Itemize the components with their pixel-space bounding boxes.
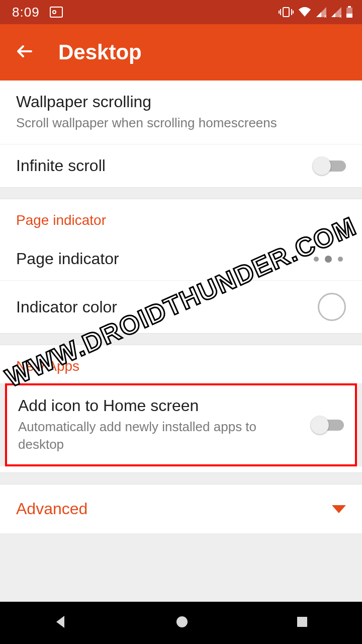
add-icon-label: Add icon to Home screen — [18, 396, 301, 415]
svg-text:x: x — [339, 14, 342, 18]
add-icon-sub: Automatically add newly installed apps t… — [18, 418, 301, 453]
status-bar: 8:09 x x — [0, 0, 362, 24]
nav-back-button[interactable] — [53, 614, 68, 631]
svg-point-1 — [53, 11, 56, 14]
app-bar: Desktop — [0, 24, 362, 80]
signal-1-icon: x — [316, 7, 327, 18]
svg-point-12 — [176, 616, 188, 627]
battery-icon — [346, 6, 353, 18]
indicator-color-label: Indicator color — [16, 298, 308, 316]
section-gap-3 — [0, 472, 362, 485]
svg-rect-13 — [297, 617, 307, 627]
row-add-icon-home[interactable]: Add icon to Home screen Automatically ad… — [7, 385, 355, 464]
svg-rect-11 — [346, 14, 352, 18]
wallpaper-scrolling-sub: Scroll wallpaper when scrolling homescre… — [16, 114, 336, 132]
camera-icon — [50, 7, 63, 18]
page-indicator-preview-icon — [314, 256, 346, 263]
nav-recent-button[interactable] — [296, 615, 309, 630]
svg-rect-2 — [283, 8, 289, 17]
nav-home-icon — [175, 615, 189, 629]
highlight-add-icon: Add icon to Home screen Automatically ad… — [5, 383, 357, 466]
svg-rect-9 — [348, 6, 351, 8]
navigation-bar — [0, 602, 362, 644]
page-indicator-label: Page indicator — [16, 250, 304, 268]
signal-2-icon: x — [331, 7, 342, 18]
page-title: Desktop — [58, 40, 142, 64]
row-infinite-scroll[interactable]: Infinite scroll — [0, 144, 362, 187]
section-gap-2 — [0, 333, 362, 345]
advanced-label: Advanced — [16, 500, 87, 518]
infinite-scroll-label: Infinite scroll — [16, 156, 303, 175]
section-new-apps: New Apps — [0, 345, 362, 383]
indicator-color-swatch — [318, 293, 346, 321]
svg-text:x: x — [324, 14, 327, 18]
status-clock: 8:09 — [12, 5, 40, 20]
add-icon-toggle[interactable] — [311, 416, 344, 434]
section-scrolling: Wallpaper scrolling Scroll wallpaper whe… — [0, 80, 362, 187]
page-indicator-header: Page indicator — [0, 199, 362, 237]
nav-back-icon — [53, 614, 68, 629]
vibrate-icon — [279, 7, 294, 18]
nav-recent-icon — [296, 615, 309, 628]
arrow-back-icon — [14, 41, 34, 61]
section-gap — [0, 187, 362, 199]
status-bar-left: 8:09 — [12, 5, 63, 20]
row-advanced[interactable]: Advanced — [0, 485, 362, 533]
new-apps-header: New Apps — [0, 345, 362, 383]
chevron-down-icon — [332, 505, 346, 513]
row-wallpaper-scrolling[interactable]: Wallpaper scrolling Scroll wallpaper whe… — [0, 80, 362, 144]
infinite-scroll-toggle[interactable] — [313, 157, 346, 175]
section-page-indicator: Page indicator Page indicator Indicator … — [0, 199, 362, 333]
section-pad — [0, 466, 362, 472]
nav-home-button[interactable] — [175, 615, 189, 631]
back-button[interactable] — [12, 35, 46, 69]
status-bar-right: x x — [279, 6, 353, 18]
row-page-indicator[interactable]: Page indicator — [0, 237, 362, 281]
wifi-icon — [298, 7, 312, 18]
wallpaper-scrolling-label: Wallpaper scrolling — [16, 93, 336, 111]
row-indicator-color[interactable]: Indicator color — [0, 281, 362, 333]
